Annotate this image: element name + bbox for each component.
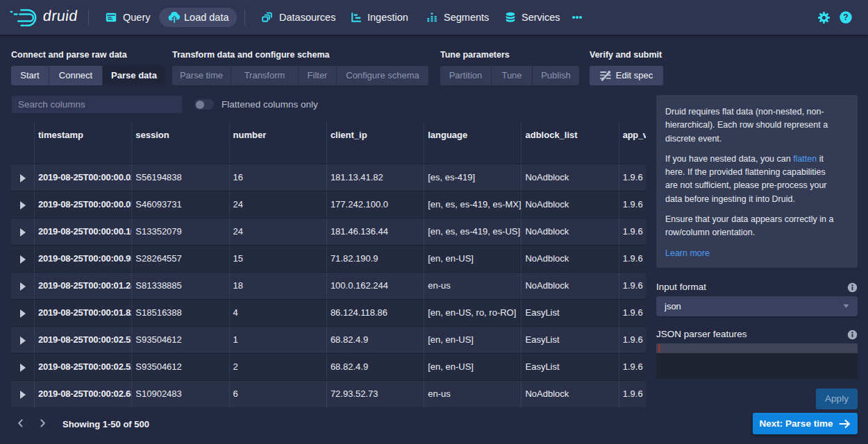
svg-text:?: ? — [843, 12, 848, 22]
